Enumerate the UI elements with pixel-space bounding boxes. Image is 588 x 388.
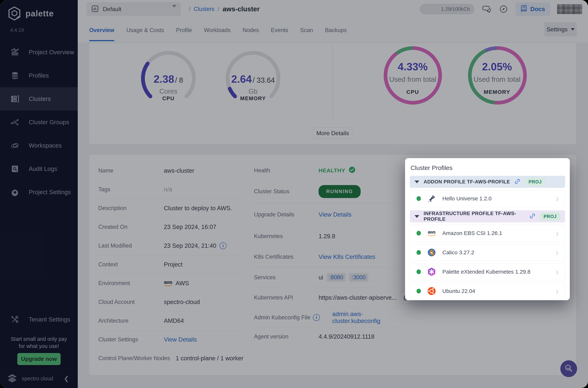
infrastructure-profile-header[interactable]: INFRASTRUCTURE PROFILE TF-AWS-PROFILE PR… xyxy=(410,210,565,222)
chevron-down-icon xyxy=(414,181,419,183)
profile-layer-calico[interactable]: Calico 3.27.2 › xyxy=(410,244,565,261)
chevron-down-icon xyxy=(414,215,419,218)
profile-layer-name: Calico 3.27.2 xyxy=(442,249,474,256)
chevron-right-icon: › xyxy=(556,286,558,296)
profile-layer-hello-universe[interactable]: Hello Universe 1.2.0 › xyxy=(410,190,565,207)
green-status-dot xyxy=(416,250,421,255)
palette-app-window: palette 4.4.19 Project Overview xyxy=(0,0,588,388)
hello-universe-icon xyxy=(427,194,436,203)
aws-icon: aws xyxy=(427,229,436,238)
profile-layer-ubuntu[interactable]: Ubuntu 22.04 › xyxy=(410,283,565,300)
popup-title: Cluster Profiles xyxy=(410,164,565,171)
chevron-right-icon: › xyxy=(556,247,558,258)
chevron-right-icon: › xyxy=(556,266,558,277)
profile-layer-name: Ubuntu 22.04 xyxy=(442,288,475,294)
calico-icon xyxy=(427,248,436,257)
link-icon xyxy=(514,178,520,185)
proj-scope-badge: PROJ xyxy=(540,212,560,221)
profile-layer-name: Hello Universe 1.2.0 xyxy=(442,195,492,202)
link-icon xyxy=(529,213,536,220)
green-status-dot xyxy=(416,269,421,274)
addon-profile-header[interactable]: ADDON PROFILE TF-AWS-PROFILE PROJ xyxy=(410,176,565,188)
profile-layer-amazon-ebs-csi[interactable]: aws Amazon EBS CSI 1.26.1 › xyxy=(410,225,565,242)
green-status-dot xyxy=(416,196,421,201)
green-status-dot xyxy=(416,231,421,236)
profile-layer-name: Palette eXtended Kubernetes 1.29.8 xyxy=(442,269,530,275)
proj-scope-badge: PROJ xyxy=(525,178,545,186)
green-status-dot xyxy=(416,289,421,293)
cluster-profiles-popup: Cluster Profiles ADDON PROFILE TF-AWS-PR… xyxy=(405,158,570,300)
infrastructure-profile-name: INFRASTRUCTURE PROFILE TF-AWS-PROFILE xyxy=(424,211,525,222)
chevron-right-icon: › xyxy=(556,193,558,204)
profile-layer-name: Amazon EBS CSI 1.26.1 xyxy=(442,230,502,236)
addon-profile-name: ADDON PROFILE TF-AWS-PROFILE xyxy=(424,179,510,185)
chevron-right-icon: › xyxy=(556,228,558,239)
pxk-hexagon-icon xyxy=(427,267,436,276)
profile-layer-palette-extended-kubernetes[interactable]: Palette eXtended Kubernetes 1.29.8 › xyxy=(410,263,565,280)
ubuntu-icon xyxy=(427,287,436,296)
